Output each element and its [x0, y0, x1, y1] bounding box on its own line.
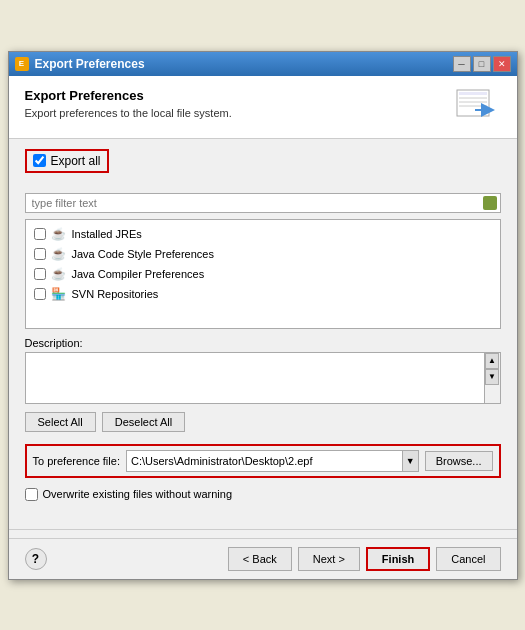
- tree-item-compiler[interactable]: ☕ Java Compiler Preferences: [26, 264, 500, 284]
- description-scrollbar: ▲ ▼: [484, 353, 500, 403]
- cancel-button[interactable]: Cancel: [436, 547, 500, 571]
- finish-button[interactable]: Finish: [366, 547, 430, 571]
- tree-item-compiler-label: Java Compiler Preferences: [72, 268, 205, 280]
- tree-item-codestyle-label: Java Code Style Preferences: [72, 248, 214, 260]
- close-button[interactable]: ✕: [493, 56, 511, 72]
- select-row: Select All Deselect All: [25, 412, 501, 432]
- file-combo: ▼: [126, 450, 419, 472]
- codestyle-icon: ☕: [51, 246, 67, 262]
- description-content: [26, 353, 484, 403]
- export-all-checkbox[interactable]: [33, 154, 46, 167]
- filter-input[interactable]: [25, 193, 501, 213]
- window-icon: E: [15, 57, 29, 71]
- maximize-button[interactable]: □: [473, 56, 491, 72]
- scrollbar-up-button[interactable]: ▲: [485, 353, 499, 369]
- back-button[interactable]: < Back: [228, 547, 292, 571]
- description-section: Description: ▲ ▼: [25, 337, 501, 404]
- header-area: Export Preferences Export preferences to…: [9, 76, 517, 139]
- header-text: Export Preferences Export preferences to…: [25, 88, 232, 119]
- scrollbar-down-button[interactable]: ▼: [485, 369, 499, 385]
- next-button[interactable]: Next >: [298, 547, 360, 571]
- tree-item-codestyle[interactable]: ☕ Java Code Style Preferences: [26, 244, 500, 264]
- combo-dropdown-button[interactable]: ▼: [402, 451, 418, 471]
- file-path-input[interactable]: [127, 453, 402, 469]
- titlebar: E Export Preferences ─ □ ✕: [9, 52, 517, 76]
- overwrite-label: Overwrite existing files without warning: [43, 488, 233, 500]
- content-area: Export all ☕ Installed JREs ☕ Java Code …: [9, 139, 517, 521]
- tree-box: ☕ Installed JREs ☕ Java Code Style Prefe…: [25, 219, 501, 329]
- deselect-all-button[interactable]: Deselect All: [102, 412, 185, 432]
- tree-item-jres-checkbox[interactable]: [34, 228, 46, 240]
- tree-item-jres-label: Installed JREs: [72, 228, 142, 240]
- filter-icon: [483, 196, 497, 210]
- jres-icon: ☕: [51, 226, 67, 242]
- file-row: To preference file: ▼ Browse...: [25, 444, 501, 478]
- overwrite-row: Overwrite existing files without warning: [25, 488, 501, 501]
- filter-row: [25, 193, 501, 213]
- titlebar-controls: ─ □ ✕: [453, 56, 511, 72]
- browse-button[interactable]: Browse...: [425, 451, 493, 471]
- window-title: Export Preferences: [35, 57, 145, 71]
- tree-item-svn-label: SVN Repositories: [72, 288, 159, 300]
- minimize-button[interactable]: ─: [453, 56, 471, 72]
- tree-item-codestyle-checkbox[interactable]: [34, 248, 46, 260]
- help-button[interactable]: ?: [25, 548, 47, 570]
- export-all-container: Export all: [25, 149, 501, 183]
- description-label: Description:: [25, 337, 501, 349]
- tree-item-compiler-checkbox[interactable]: [34, 268, 46, 280]
- header-icon: [453, 88, 501, 128]
- description-box: ▲ ▼: [25, 352, 501, 404]
- page-title: Export Preferences: [25, 88, 232, 103]
- tree-item-jres[interactable]: ☕ Installed JREs: [26, 224, 500, 244]
- svg-rect-1: [459, 92, 487, 95]
- export-icon: [453, 88, 501, 128]
- export-all-text: Export all: [51, 154, 101, 168]
- page-subtitle: Export preferences to the local file sys…: [25, 107, 232, 119]
- footer: ? < Back Next > Finish Cancel: [9, 538, 517, 579]
- file-row-label: To preference file:: [33, 455, 120, 467]
- titlebar-left: E Export Preferences: [15, 57, 145, 71]
- select-all-button[interactable]: Select All: [25, 412, 96, 432]
- export-all-label[interactable]: Export all: [25, 149, 109, 173]
- footer-buttons: < Back Next > Finish Cancel: [228, 547, 501, 571]
- svn-icon: 🏪: [51, 286, 67, 302]
- tree-item-svn[interactable]: 🏪 SVN Repositories: [26, 284, 500, 304]
- tree-item-svn-checkbox[interactable]: [34, 288, 46, 300]
- overwrite-checkbox[interactable]: [25, 488, 38, 501]
- compiler-icon: ☕: [51, 266, 67, 282]
- export-preferences-window: E Export Preferences ─ □ ✕ Export Prefer…: [8, 51, 518, 580]
- footer-separator: [9, 529, 517, 530]
